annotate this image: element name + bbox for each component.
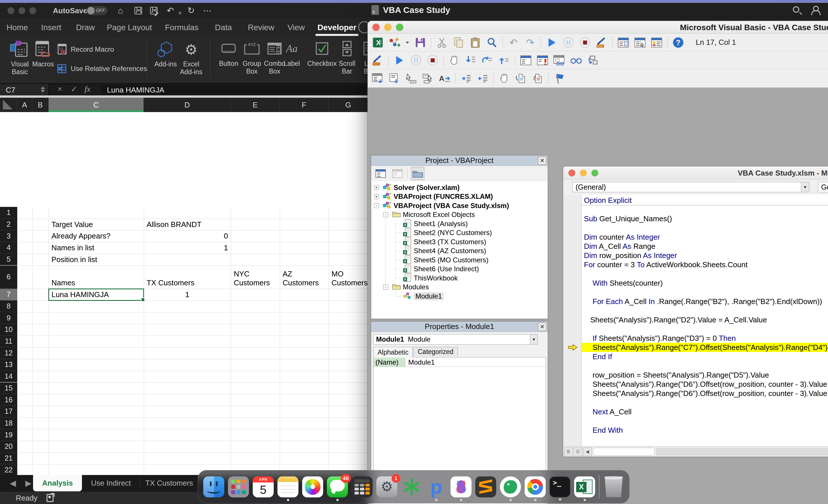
properties-object-dropdown[interactable]: Module1 Module bbox=[373, 334, 538, 345]
undo-icon[interactable]: ↶ bbox=[167, 5, 174, 16]
dock-item-evernote-icon[interactable] bbox=[500, 476, 521, 497]
quick-info-icon[interactable] bbox=[405, 73, 417, 85]
redo-icon[interactable]: ↻ bbox=[188, 5, 195, 16]
dock-item-calculator-icon[interactable] bbox=[351, 476, 373, 497]
project-tree-item-sheet1-analysis[interactable]: Sheet1 (Analysis) bbox=[414, 219, 468, 228]
split-view-icon[interactable]: ☰ bbox=[564, 447, 573, 456]
close-button[interactable] bbox=[7, 7, 14, 14]
col-header-a[interactable]: A bbox=[17, 98, 32, 112]
cell-G6[interactable]: MO Customers bbox=[329, 266, 368, 289]
cell-D6[interactable]: TX Customers bbox=[144, 266, 231, 289]
row-header-8[interactable]: 8 bbox=[0, 301, 17, 312]
row-header-7[interactable]: 7 bbox=[0, 289, 17, 301]
row-header-20[interactable]: 20 bbox=[0, 441, 17, 453]
dock-item-green-asterisk-app-icon[interactable] bbox=[401, 476, 422, 497]
run-icon[interactable] bbox=[546, 37, 558, 49]
sheet-tab-analysis[interactable]: Analysis bbox=[33, 475, 82, 491]
code-line-10[interactable]: With Sheets(counter) bbox=[582, 278, 828, 288]
row-header-18[interactable]: 18 bbox=[0, 417, 17, 429]
scrollbar-thumb[interactable] bbox=[593, 448, 655, 456]
minimize-button[interactable] bbox=[18, 7, 25, 14]
uncomment-block-icon[interactable] bbox=[532, 73, 544, 85]
code-line-24[interactable]: Next A_Cell bbox=[582, 407, 828, 416]
code-line-3[interactable]: Sub Get_Unique_Names() bbox=[582, 214, 828, 223]
zoom-button[interactable] bbox=[591, 170, 598, 176]
redo-icon[interactable]: ↷ bbox=[524, 37, 536, 49]
quick-watch-icon[interactable] bbox=[570, 54, 582, 66]
cell-C2[interactable]: Target Value bbox=[49, 219, 144, 230]
object-dropdown[interactable]: (General) bbox=[572, 182, 809, 192]
scroll-left-icon[interactable]: ◀ bbox=[583, 447, 592, 456]
cell-D3[interactable]: 0 bbox=[144, 230, 231, 242]
procedure-dropdown[interactable]: Get_Unique_Names bbox=[818, 182, 828, 192]
project-panel-header[interactable]: Project - VBAProject ✕ bbox=[371, 155, 548, 166]
row-header-6[interactable]: 6 bbox=[0, 266, 17, 289]
break-icon[interactable] bbox=[562, 37, 574, 49]
view-excel-icon[interactable]: X bbox=[372, 37, 384, 49]
step-out-icon[interactable] bbox=[498, 54, 510, 66]
ribbon-tab-insert[interactable]: Insert bbox=[41, 23, 61, 32]
dropdown-arrow-icon[interactable]: ▼ bbox=[530, 334, 538, 344]
minimize-button[interactable] bbox=[384, 24, 391, 31]
cell-C3[interactable]: Already Appears? bbox=[49, 230, 144, 242]
row-header-22[interactable]: 22 bbox=[0, 464, 17, 475]
excel-add-ins-button[interactable]: ⚙ Excel Add-ins bbox=[179, 41, 204, 76]
properties-panel-header[interactable]: Properties - Module1 ✕ bbox=[371, 322, 548, 332]
code-line-5[interactable]: Dim counter As Integer bbox=[582, 232, 828, 242]
reset-icon[interactable] bbox=[427, 54, 439, 66]
view-object-icon[interactable] bbox=[391, 167, 404, 180]
undo-icon[interactable]: ↶ bbox=[507, 37, 520, 49]
minimize-button[interactable] bbox=[580, 170, 587, 176]
row-header-4[interactable]: 4 bbox=[0, 242, 17, 254]
close-button[interactable] bbox=[568, 170, 575, 176]
col-header-f[interactable]: F bbox=[280, 98, 329, 112]
complete-word-icon[interactable]: A bbox=[439, 73, 451, 85]
ribbon-tab-developer[interactable]: Developer bbox=[318, 23, 356, 32]
code-line-8[interactable]: For counter = 3 To ActiveWorkbook.Sheets… bbox=[582, 260, 828, 269]
row-header-15[interactable]: 15 bbox=[0, 382, 17, 394]
view-code-icon[interactable] bbox=[374, 167, 387, 180]
project-tree-item-sheet3-tx-customers[interactable]: Sheet3 (TX Customers) bbox=[414, 237, 486, 246]
row-header-1[interactable]: 1 bbox=[0, 207, 17, 219]
autosave-toggle[interactable]: OFF bbox=[86, 6, 108, 15]
row-header-14[interactable]: 14 bbox=[0, 371, 17, 382]
row-header-21[interactable]: 21 bbox=[0, 453, 17, 464]
select-all-corner[interactable] bbox=[0, 98, 17, 112]
dock-item-messages-icon[interactable]: 40 bbox=[327, 476, 348, 497]
list-constants-icon[interactable] bbox=[388, 73, 401, 85]
full-view-icon[interactable]: ☷ bbox=[574, 447, 582, 456]
dock-item-sublime-text-icon[interactable] bbox=[475, 476, 496, 497]
insert-function-icon[interactable]: fx bbox=[85, 85, 90, 94]
form-control-scroll-bar[interactable]: Scroll Bar bbox=[337, 41, 357, 75]
row-header-3[interactable]: 3 bbox=[0, 230, 17, 242]
record-macro-button[interactable]: Record Macro bbox=[57, 44, 114, 55]
project-tree-item-sheet4-az-customers[interactable]: Sheet4 (AZ Customers) bbox=[414, 246, 486, 256]
close-icon[interactable]: ✕ bbox=[538, 156, 546, 165]
step-over-icon[interactable] bbox=[482, 54, 494, 66]
cell-E6[interactable]: NYC Customers bbox=[231, 266, 280, 289]
sheet-tab-tx-customers[interactable]: TX Customers bbox=[140, 475, 198, 491]
ribbon-tab-page-layout[interactable]: Page Layout bbox=[107, 23, 152, 32]
code-line-1[interactable]: Option Explicit bbox=[582, 196, 828, 205]
save-as-icon[interactable] bbox=[150, 7, 158, 14]
toggle-folders-icon[interactable] bbox=[411, 167, 424, 180]
dock-item-mindnode-icon[interactable] bbox=[451, 476, 471, 497]
object-browser-icon[interactable] bbox=[651, 37, 663, 49]
row-header-19[interactable]: 19 bbox=[0, 429, 17, 441]
share-presence-icon[interactable] bbox=[811, 6, 821, 14]
reset-icon[interactable] bbox=[579, 37, 591, 49]
insert-object-dropdown-icon[interactable] bbox=[405, 37, 410, 49]
dock-item-finder-icon[interactable] bbox=[203, 476, 224, 497]
save-icon[interactable] bbox=[414, 37, 426, 49]
properties-window-icon[interactable] bbox=[634, 37, 646, 49]
locals-window-icon[interactable] bbox=[520, 54, 532, 66]
sheet-tab-use-indirect[interactable]: Use Indirect bbox=[82, 475, 140, 491]
project-explorer-icon[interactable] bbox=[617, 37, 629, 49]
ribbon-tab-view[interactable]: View bbox=[288, 23, 305, 32]
form-control-button[interactable]: Button bbox=[216, 41, 241, 67]
dock-item-system-settings-icon[interactable]: ⚙1 bbox=[376, 476, 397, 497]
code-line-26[interactable]: End With bbox=[582, 425, 828, 435]
use-relative-references-button[interactable]: Use Relative References bbox=[57, 64, 147, 74]
add-ins-button[interactable]: Add-ins bbox=[152, 41, 179, 68]
close-button[interactable] bbox=[372, 24, 380, 31]
